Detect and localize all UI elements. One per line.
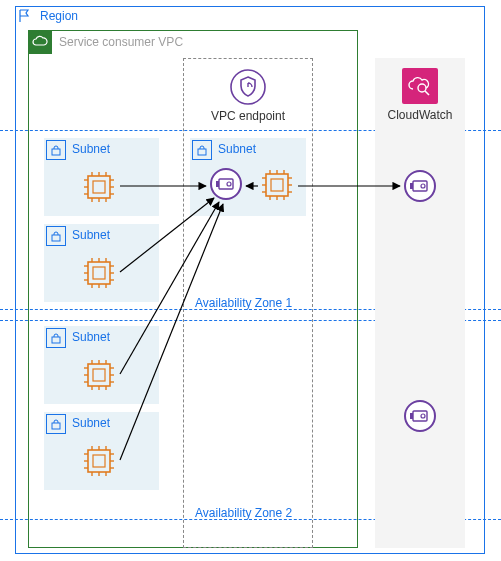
lock-icon (192, 140, 212, 160)
cloudwatch-label: CloudWatch (388, 108, 453, 122)
svg-line-2 (425, 91, 429, 95)
svg-point-86 (421, 414, 425, 418)
svg-rect-63 (198, 149, 206, 155)
svg-rect-18 (52, 235, 60, 241)
az1-label: Availability Zone 1 (195, 296, 292, 310)
subnet-4: Subnet (44, 412, 159, 490)
svg-point-83 (421, 184, 425, 188)
svg-rect-19 (88, 262, 110, 284)
compute-chip-icon (82, 444, 116, 481)
subnet-1: Subnet (44, 138, 159, 216)
svg-point-66 (227, 182, 231, 186)
network-interface-icon (404, 400, 436, 432)
network-interface-icon (404, 170, 436, 202)
cloudwatch-icon (402, 68, 438, 104)
svg-rect-82 (410, 183, 413, 189)
cloudwatch-column: CloudWatch (375, 58, 465, 548)
subnet-label: Subnet (218, 142, 256, 156)
endpoint-subnet: Subnet (190, 138, 306, 216)
svg-rect-49 (88, 450, 110, 472)
lock-icon (46, 328, 66, 348)
lock-icon (46, 226, 66, 246)
network-interface-icon (210, 168, 242, 200)
diagram-canvas: Region Service consumer VPC VPC endpoint… (0, 0, 501, 561)
svg-rect-3 (52, 149, 60, 155)
svg-rect-67 (266, 174, 288, 196)
svg-point-1 (418, 84, 426, 92)
subnet-label: Subnet (72, 142, 110, 156)
svg-rect-5 (93, 181, 105, 193)
cloud-icon (28, 30, 52, 54)
subnet-label: Subnet (72, 330, 110, 344)
lock-icon (46, 140, 66, 160)
flag-icon (15, 6, 35, 26)
svg-rect-33 (52, 337, 60, 343)
svg-rect-48 (52, 423, 60, 429)
lock-icon (46, 414, 66, 434)
subnet-label: Subnet (72, 228, 110, 242)
svg-rect-20 (93, 267, 105, 279)
compute-chip-icon (260, 168, 294, 205)
svg-rect-65 (216, 181, 219, 187)
subnet-2: Subnet (44, 224, 159, 302)
subnet-label: Subnet (72, 416, 110, 430)
svg-rect-68 (271, 179, 283, 191)
compute-chip-icon (82, 358, 116, 395)
svg-rect-85 (410, 413, 413, 419)
compute-chip-icon (82, 256, 116, 293)
svg-rect-4 (88, 176, 110, 198)
svg-rect-50 (93, 455, 105, 467)
svg-rect-34 (88, 364, 110, 386)
vpc-label: Service consumer VPC (59, 35, 183, 49)
shield-icon (230, 69, 266, 105)
subnet-3: Subnet (44, 326, 159, 404)
az2-label: Availability Zone 2 (195, 506, 292, 520)
svg-rect-35 (93, 369, 105, 381)
compute-chip-icon (82, 170, 116, 207)
vpc-endpoint-label: VPC endpoint (211, 109, 285, 123)
region-label: Region (40, 9, 78, 23)
